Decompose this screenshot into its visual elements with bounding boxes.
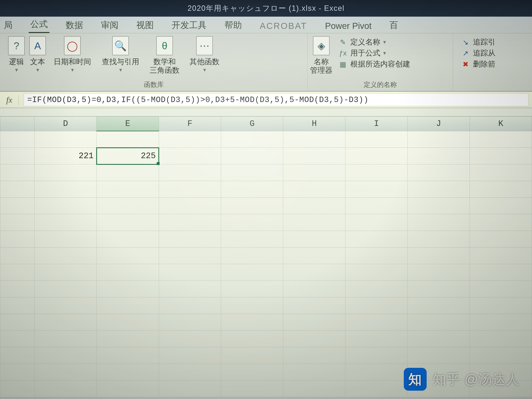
cell[interactable] (470, 314, 532, 331)
cell[interactable] (0, 347, 34, 364)
cell[interactable] (34, 380, 97, 397)
col-head-G[interactable]: G (221, 117, 283, 131)
cell[interactable] (159, 264, 221, 281)
cell[interactable] (34, 181, 97, 198)
cell[interactable] (0, 164, 34, 181)
create-from-selection-button[interactable]: ▦ 根据所选内容创建 (338, 59, 410, 69)
tab-layout-partial[interactable]: 局 (2, 18, 14, 33)
cell[interactable] (97, 314, 159, 331)
cell[interactable] (407, 314, 470, 331)
cell[interactable] (159, 364, 221, 380)
cell[interactable] (159, 281, 221, 297)
cell[interactable] (0, 214, 34, 231)
cell[interactable] (34, 131, 97, 148)
cell[interactable] (34, 314, 97, 331)
cell[interactable] (283, 297, 345, 314)
col-head-partial[interactable] (0, 117, 34, 131)
cell[interactable] (221, 131, 283, 148)
cell[interactable] (221, 347, 283, 364)
cell[interactable] (159, 247, 221, 264)
cell[interactable] (0, 364, 34, 380)
cell[interactable] (407, 281, 470, 297)
cell[interactable] (34, 364, 97, 380)
tab-formulas[interactable]: 公式 (29, 17, 50, 33)
cell[interactable] (345, 347, 407, 364)
cell[interactable] (407, 331, 470, 347)
cell[interactable] (407, 148, 470, 164)
col-head-H[interactable]: H (283, 117, 345, 131)
col-head-F[interactable]: F (159, 117, 221, 131)
cell[interactable] (159, 198, 221, 214)
remove-arrows-button[interactable]: ✖ 删除箭 (461, 59, 495, 69)
cell[interactable] (221, 148, 283, 164)
cell[interactable] (283, 364, 345, 380)
cell-E3-selected[interactable]: 225 (97, 148, 159, 164)
cell[interactable] (34, 347, 97, 364)
tab-baidu-partial[interactable]: 百 (388, 18, 400, 33)
cell[interactable] (283, 231, 345, 247)
cell[interactable] (283, 347, 345, 364)
cell[interactable] (345, 264, 407, 281)
cell[interactable] (34, 247, 97, 264)
cell[interactable] (470, 231, 532, 247)
datetime-button[interactable]: ◯ 日期和时间 ▾ (50, 35, 95, 74)
cell[interactable] (283, 131, 345, 148)
cell[interactable] (221, 281, 283, 297)
math-trig-button[interactable]: θ 数学和 三角函数 (146, 35, 183, 76)
cell[interactable] (407, 264, 470, 281)
cell[interactable] (470, 131, 532, 148)
cell[interactable] (0, 198, 34, 214)
cell[interactable] (221, 214, 283, 231)
cell[interactable] (221, 181, 283, 198)
cell[interactable] (470, 247, 532, 264)
cell[interactable] (221, 247, 283, 264)
cell[interactable] (407, 297, 470, 314)
tab-data[interactable]: 数据 (64, 18, 85, 33)
cell[interactable] (283, 314, 345, 331)
col-head-I[interactable]: I (345, 117, 407, 131)
cell[interactable] (221, 231, 283, 247)
cell[interactable] (407, 131, 470, 148)
cell[interactable] (407, 247, 470, 264)
tab-help[interactable]: 帮助 (223, 18, 244, 33)
cell[interactable] (159, 214, 221, 231)
cell[interactable] (159, 297, 221, 314)
cell[interactable] (470, 198, 532, 214)
cell[interactable] (470, 214, 532, 231)
cell[interactable] (97, 198, 159, 214)
cell[interactable] (97, 214, 159, 231)
cell[interactable] (97, 247, 159, 264)
cell[interactable] (34, 331, 97, 347)
cell[interactable] (97, 347, 159, 364)
tab-review[interactable]: 审阅 (99, 18, 120, 33)
cell[interactable] (345, 314, 407, 331)
cell[interactable] (221, 198, 283, 214)
cell[interactable] (221, 164, 283, 181)
cell[interactable] (345, 380, 407, 397)
formula-input[interactable] (24, 93, 529, 106)
tab-developer[interactable]: 开发工具 (170, 18, 208, 33)
text-button[interactable]: A 文本 ▾ (28, 35, 47, 74)
cell[interactable] (470, 181, 532, 198)
cell[interactable] (407, 198, 470, 214)
cell[interactable] (0, 131, 34, 148)
cell[interactable] (0, 231, 34, 247)
cell[interactable] (470, 281, 532, 297)
cell[interactable] (470, 148, 532, 164)
cell[interactable] (345, 297, 407, 314)
cell[interactable] (97, 380, 159, 397)
cell[interactable] (159, 231, 221, 247)
cell[interactable] (407, 231, 470, 247)
cell[interactable] (159, 314, 221, 331)
cell[interactable] (97, 264, 159, 281)
cell[interactable] (34, 231, 97, 247)
cell[interactable] (345, 131, 407, 148)
cell[interactable] (283, 264, 345, 281)
cell[interactable] (345, 364, 407, 380)
cell[interactable] (97, 181, 159, 198)
cell[interactable] (407, 214, 470, 231)
cell[interactable] (159, 347, 221, 364)
tab-acrobat[interactable]: ACROBAT (258, 20, 309, 33)
cell[interactable] (97, 281, 159, 297)
cell[interactable] (0, 331, 34, 347)
